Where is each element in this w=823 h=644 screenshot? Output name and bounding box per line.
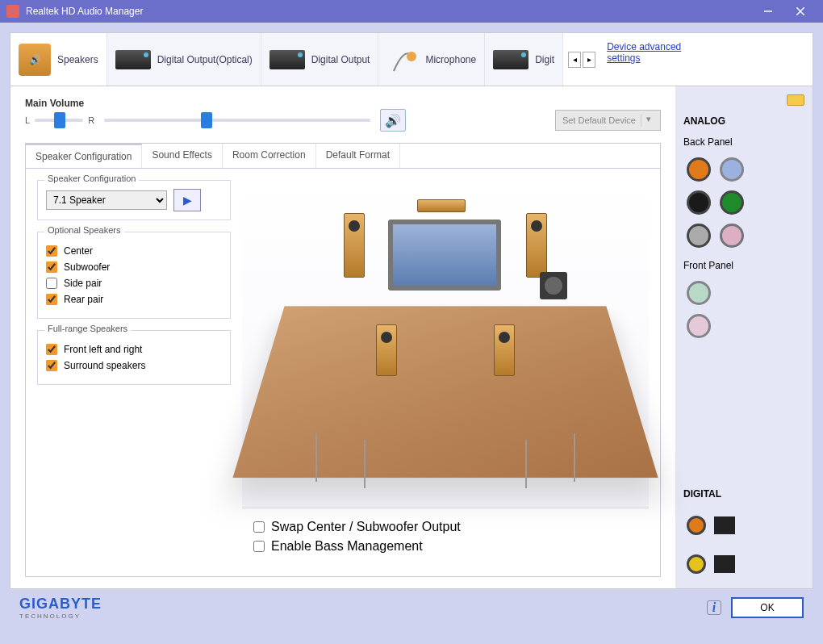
fullrange-speakers-group: Full-range Speakers Front left and right… bbox=[37, 330, 231, 385]
chk-subwoofer[interactable] bbox=[46, 261, 57, 273]
tab-label: Digital Output(Optical) bbox=[157, 54, 253, 65]
tab-label: Microphone bbox=[425, 54, 476, 65]
folder-icon[interactable] bbox=[787, 94, 804, 106]
tab-digit[interactable]: Digit bbox=[485, 33, 563, 86]
jack-pink[interactable] bbox=[720, 224, 744, 248]
subtab-room-correction[interactable]: Room Correction bbox=[223, 144, 316, 168]
front-panel-label: Front Panel bbox=[683, 260, 804, 271]
tab-scroll-nav: ◂ ▸ bbox=[563, 33, 600, 86]
speakers-icon: 🔊 bbox=[19, 44, 51, 76]
mic-icon bbox=[386, 44, 419, 76]
group-legend: Speaker Configuration bbox=[44, 174, 139, 183]
jack-green[interactable] bbox=[720, 190, 744, 215]
tab-digital-optical[interactable]: Digital Output(Optical) bbox=[107, 33, 261, 86]
set-default-device[interactable]: Set Default Device ▾ bbox=[555, 110, 661, 131]
mid-right-speaker-icon[interactable] bbox=[494, 324, 515, 376]
main-card: 🔊 Speakers Digital Output(Optical) Digit… bbox=[10, 32, 813, 589]
device-advanced-link[interactable]: Device advanced settings bbox=[600, 33, 713, 86]
right-column: ANALOG Back Panel Front Panel DIGITAL bbox=[675, 86, 813, 588]
amp-icon bbox=[115, 50, 151, 69]
device-tabs: 🔊 Speakers Digital Output(Optical) Digit… bbox=[10, 33, 813, 86]
chk-surround[interactable] bbox=[46, 360, 57, 371]
chk-center[interactable] bbox=[46, 245, 57, 257]
digital-out-orange[interactable] bbox=[687, 516, 706, 535]
chk-rear-pair[interactable] bbox=[46, 294, 57, 305]
chk-label: Subwoofer bbox=[64, 261, 110, 273]
svg-point-3 bbox=[407, 52, 416, 61]
subtab-sound-effects[interactable]: Sound Effects bbox=[142, 144, 223, 168]
analog-heading: ANALOG bbox=[683, 115, 804, 127]
speaker-scene: Swap Center / Subwoofer Output Enable Ba… bbox=[242, 180, 649, 565]
main-volume-label: Main Volume bbox=[25, 98, 661, 109]
test-play-button[interactable]: ▶ bbox=[173, 189, 201, 211]
chk-label: Side pair bbox=[64, 278, 102, 289]
info-button[interactable]: i bbox=[707, 600, 721, 615]
window-body: 🔊 Speakers Digital Output(Optical) Digit… bbox=[0, 23, 823, 644]
minimize-button[interactable] bbox=[752, 0, 784, 23]
balance-r-label: R bbox=[88, 115, 94, 125]
subtab-speaker-config[interactable]: Speaker Configuration bbox=[26, 144, 142, 168]
mid-left-speaker-icon[interactable] bbox=[376, 324, 397, 376]
jack-orange[interactable] bbox=[687, 157, 711, 182]
main-volume-slider[interactable] bbox=[104, 119, 370, 122]
speaker-icon: 🔊 bbox=[385, 113, 401, 128]
tab-scroll-left[interactable]: ◂ bbox=[568, 52, 581, 68]
chk-front-lr[interactable] bbox=[46, 344, 57, 355]
app-icon bbox=[6, 5, 19, 18]
sub-tabs: Speaker Configuration Sound Effects Room… bbox=[25, 143, 661, 168]
speaker-config-group: Speaker Configuration 7.1 Speaker ▶ bbox=[37, 180, 231, 220]
chk-label: Center bbox=[64, 245, 93, 257]
tab-scroll-right[interactable]: ▸ bbox=[583, 52, 595, 68]
front-right-speaker-icon[interactable] bbox=[526, 213, 547, 278]
chk-label: Surround speakers bbox=[64, 360, 145, 371]
balance-slider[interactable] bbox=[35, 119, 83, 122]
tab-digital-output[interactable]: Digital Output bbox=[261, 33, 379, 86]
tv-icon bbox=[388, 220, 501, 291]
amp-icon bbox=[269, 50, 305, 69]
brand-logo: GIGABYTE TECHNOLOGY bbox=[19, 596, 102, 620]
chk-label: Enable Bass Management bbox=[271, 539, 423, 554]
jack-front-green[interactable] bbox=[687, 281, 711, 305]
jack-grey[interactable] bbox=[687, 224, 711, 248]
stage-illustration bbox=[242, 180, 649, 508]
balance-l-label: L bbox=[25, 115, 30, 125]
jack-blue[interactable] bbox=[720, 157, 744, 182]
front-left-speaker-icon[interactable] bbox=[344, 213, 365, 278]
chk-label: Swap Center / Subwoofer Output bbox=[271, 520, 461, 534]
chk-bass-mgmt[interactable] bbox=[253, 541, 265, 552]
optional-speakers-group: Optional Speakers Center Subwoofer Side … bbox=[37, 232, 231, 319]
chk-side-pair[interactable] bbox=[46, 278, 57, 289]
group-legend: Optional Speakers bbox=[44, 225, 124, 235]
subwoofer-icon[interactable] bbox=[540, 272, 567, 299]
jack-front-pink[interactable] bbox=[687, 314, 711, 338]
footer: GIGABYTE TECHNOLOGY i OK bbox=[10, 589, 813, 620]
speaker-config-select[interactable]: 7.1 Speaker bbox=[46, 190, 167, 210]
center-speaker-icon[interactable] bbox=[417, 199, 466, 212]
digital-heading: DIGITAL bbox=[683, 488, 804, 500]
back-panel-label: Back Panel bbox=[683, 136, 804, 148]
tab-label: Speakers bbox=[57, 54, 98, 65]
digital-optical-2[interactable] bbox=[714, 555, 735, 573]
mute-button[interactable]: 🔊 bbox=[380, 109, 406, 132]
amp-icon bbox=[493, 50, 528, 69]
chk-label: Front left and right bbox=[64, 344, 142, 355]
chk-swap-center-sub[interactable] bbox=[253, 521, 265, 533]
tab-label: Digit bbox=[535, 54, 554, 65]
ok-button[interactable]: OK bbox=[731, 597, 804, 618]
tab-label: Digital Output bbox=[311, 54, 370, 65]
set-default-label: Set Default Device bbox=[562, 115, 636, 125]
config-panel: Speaker Configuration 7.1 Speaker ▶ Opti… bbox=[25, 168, 661, 577]
chk-label: Rear pair bbox=[64, 294, 103, 305]
group-legend: Full-range Speakers bbox=[44, 324, 131, 333]
close-button[interactable] bbox=[784, 0, 817, 23]
tab-microphone[interactable]: Microphone bbox=[378, 33, 485, 86]
digital-optical-1[interactable] bbox=[714, 516, 735, 534]
tab-speakers[interactable]: 🔊 Speakers bbox=[10, 33, 107, 86]
subtab-default-format[interactable]: Default Format bbox=[316, 144, 400, 168]
chevron-down-icon: ▾ bbox=[641, 114, 654, 127]
titlebar: Realtek HD Audio Manager bbox=[0, 0, 823, 23]
jack-black[interactable] bbox=[687, 190, 711, 215]
left-column: Main Volume L R 🔊 Set Default Device ▾ bbox=[10, 86, 675, 588]
window-title: Realtek HD Audio Manager bbox=[26, 6, 143, 17]
digital-out-yellow[interactable] bbox=[687, 554, 706, 574]
